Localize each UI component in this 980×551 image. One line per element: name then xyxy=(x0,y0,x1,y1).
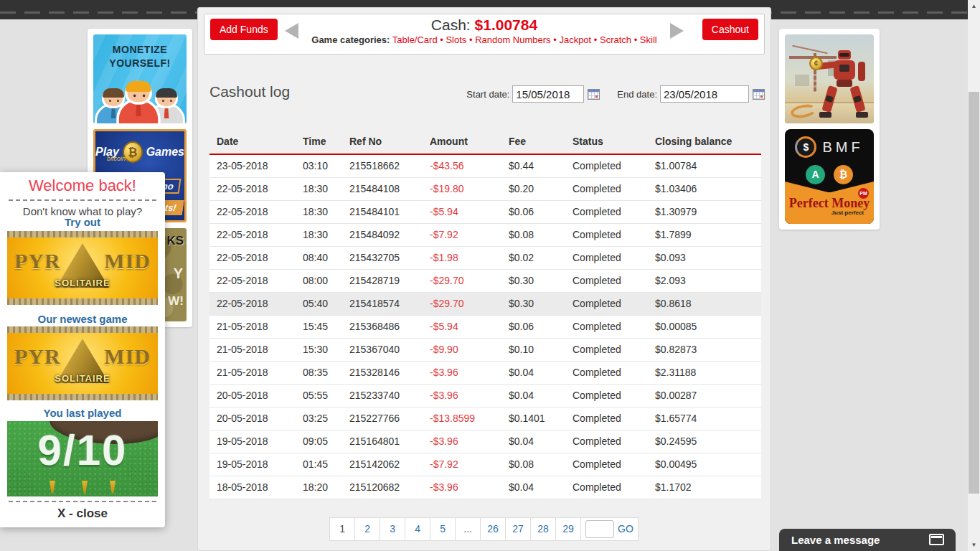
cashout-table: DateTimeRef NoAmountFeeStatusClosing bal… xyxy=(209,128,761,499)
cell-status: Completed xyxy=(565,315,648,338)
calendar-icon[interactable] xyxy=(588,89,600,100)
cell-fee: $0.06 xyxy=(501,200,565,223)
page-number-input[interactable] xyxy=(585,520,614,538)
cell-time: 18:20 xyxy=(296,476,342,499)
dashed-divider xyxy=(9,199,156,201)
end-date-label: End date: xyxy=(617,89,657,100)
cell-amount: -$43.56 xyxy=(423,154,501,177)
column-header-fee: Fee xyxy=(501,128,565,154)
cell-ref-no: 215142062 xyxy=(342,453,423,476)
cell-date: 22-05-2018 xyxy=(209,246,296,269)
cell-ref-no: 215428719 xyxy=(342,269,423,292)
page-button-26[interactable]: 26 xyxy=(480,517,506,541)
cell-time: 18:30 xyxy=(296,177,342,200)
cell-closing-balance: $0.8618 xyxy=(648,292,761,315)
cell-status: Completed xyxy=(565,338,648,361)
page-button-1[interactable]: 1 xyxy=(329,517,355,541)
cell-fee: $0.04 xyxy=(501,384,565,407)
page-button-29[interactable]: 29 xyxy=(555,517,581,541)
add-funds-button[interactable]: Add Funds xyxy=(210,19,278,40)
bmf-perfect-money-ad[interactable]: $ BMF A ₿ PM Perfect Money Just perfect xyxy=(785,129,874,224)
cell-ref-no: 215484101 xyxy=(342,200,423,223)
category-separator: • xyxy=(631,34,640,45)
cell-amount: -$3.96 xyxy=(423,430,501,453)
cell-date: 22-05-2018 xyxy=(209,200,296,223)
cell-time: 03:25 xyxy=(296,407,342,430)
newest-game-link[interactable]: Our newest game xyxy=(0,313,165,325)
golf-game-banner[interactable]: 9/10 xyxy=(7,421,158,496)
page-button-4[interactable]: 4 xyxy=(405,517,430,541)
cell-amount: -$3.96 xyxy=(423,384,501,407)
try-out-link[interactable]: Try out xyxy=(0,216,165,228)
cell-status: Completed xyxy=(565,269,648,292)
cell-amount: -$29.70 xyxy=(423,292,501,315)
go-button[interactable]: GO xyxy=(618,518,633,540)
category-link[interactable]: Table/Card xyxy=(392,34,438,45)
cashout-button[interactable]: Cashout xyxy=(702,19,758,40)
robot-coin-ad[interactable]: ¢ xyxy=(785,34,874,123)
column-header-status: Status xyxy=(565,128,648,154)
cell-status: Completed xyxy=(565,407,648,430)
last-played-link[interactable]: You last played xyxy=(0,407,165,419)
table-row: 19-05-201809:05215164801-$3.96$0.04Compl… xyxy=(209,430,761,453)
pyramid-solitaire-banner-newest[interactable]: PYR MID SOLITAIRE xyxy=(7,326,158,400)
cell-fee: $0.08 xyxy=(501,453,565,476)
category-link[interactable]: Skill xyxy=(640,34,657,45)
red-robot-graphic: ¢ xyxy=(818,50,870,119)
page-button-2[interactable]: 2 xyxy=(354,517,380,541)
scrollbar[interactable]: ▲ ▼ xyxy=(968,0,980,551)
cell-status: Completed xyxy=(565,292,648,315)
table-header-row: DateTimeRef NoAmountFeeStatusClosing bal… xyxy=(209,128,761,154)
start-date-input[interactable] xyxy=(512,85,584,103)
table-row: 22-05-201805:40215418574-$29.70$0.30Comp… xyxy=(209,292,761,315)
category-link[interactable]: Random Numbers xyxy=(475,34,551,45)
category-link[interactable]: Slots xyxy=(446,34,466,45)
prev-arrow-icon[interactable] xyxy=(285,23,298,39)
page-button-28[interactable]: 28 xyxy=(530,517,556,541)
close-popup-button[interactable]: X - close xyxy=(0,507,165,521)
pyramid-solitaire-banner-try[interactable]: PYR MID SOLITAIRE xyxy=(7,231,158,305)
cell-closing-balance: $0.00287 xyxy=(648,384,761,407)
golf-score: 9/10 xyxy=(7,425,158,475)
chat-widget[interactable]: Leave a message xyxy=(779,529,956,551)
calendar-icon[interactable] xyxy=(753,89,765,100)
cell-date: 20-05-2018 xyxy=(209,407,296,430)
cell-time: 08:00 xyxy=(296,269,342,292)
table-row: 22-05-201818:30215484108-$19.80$0.20Comp… xyxy=(209,177,761,200)
cell-time: 18:30 xyxy=(296,200,342,223)
category-link[interactable]: Scratch xyxy=(600,34,631,45)
cash-label: Cash: xyxy=(431,17,471,33)
cell-closing-balance: $1.30979 xyxy=(648,200,761,223)
bitcoin-ad-headline: Play ₿ Games bitcoin xyxy=(95,141,184,163)
chat-window-icon xyxy=(929,534,944,545)
scrollbar-thumb[interactable] xyxy=(969,92,979,494)
pm-badge: PM xyxy=(858,188,869,199)
table-row: 21-05-201808:35215328146-$3.96$0.04Compl… xyxy=(209,361,761,384)
cell-fee: $0.44 xyxy=(501,154,565,177)
cell-fee: $0.04 xyxy=(501,430,565,453)
table-row: 20-05-201805:55215233740-$3.96$0.04Compl… xyxy=(209,384,761,407)
cell-closing-balance: $1.65774 xyxy=(648,407,761,430)
page-go-cell: GO xyxy=(580,517,639,541)
category-link[interactable]: Jackpot xyxy=(559,34,591,45)
cell-status: Completed xyxy=(565,361,648,384)
column-header-time: Time xyxy=(296,128,342,154)
monetize-ad[interactable]: MONETIZE YOURSELF! xyxy=(93,34,187,123)
page-button-3[interactable]: 3 xyxy=(380,517,405,541)
end-date-input[interactable] xyxy=(660,85,749,103)
cell-fee: $0.02 xyxy=(501,246,565,269)
gold-coin-icon: ¢ xyxy=(809,57,823,70)
category-separator: • xyxy=(591,34,600,45)
cell-amount: -$7.92 xyxy=(423,453,501,476)
scrollbar-down-arrow[interactable]: ▼ xyxy=(968,539,980,551)
table-row: 21-05-201815:45215368486-$5.94$0.06Compl… xyxy=(209,315,761,338)
next-arrow-icon[interactable] xyxy=(670,23,684,39)
page-button-27[interactable]: 27 xyxy=(505,517,531,541)
welcome-popup: Welcome back! Don't know what to play? T… xyxy=(0,172,165,527)
scrollbar-up-arrow[interactable]: ▲ xyxy=(968,0,980,12)
cell-fee: $0.30 xyxy=(501,269,565,292)
page-button-5[interactable]: 5 xyxy=(430,517,456,541)
dollar-logo-icon: $ xyxy=(795,136,816,158)
table-row: 18-05-201818:20215120682-$3.96$0.04Compl… xyxy=(209,476,761,499)
cell-closing-balance: $1.7899 xyxy=(648,223,761,246)
